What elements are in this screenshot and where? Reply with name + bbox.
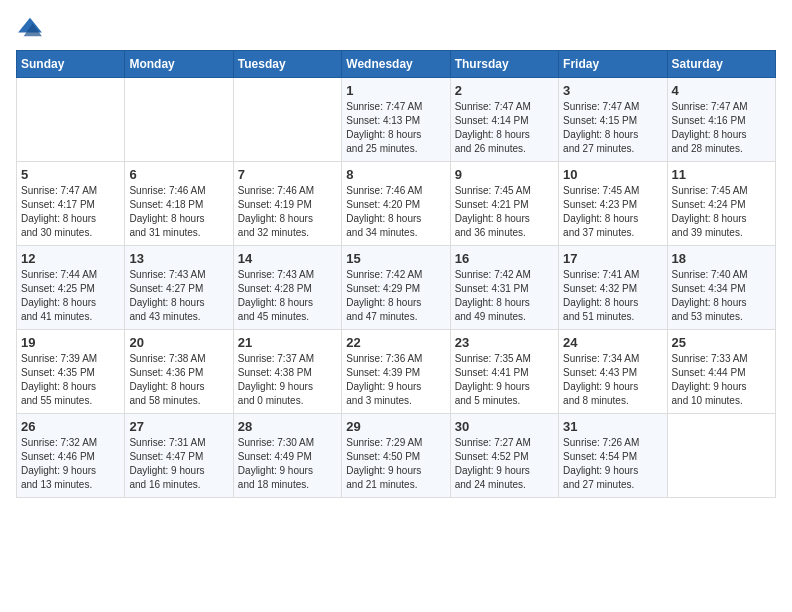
day-info: Sunrise: 7:45 AM Sunset: 4:21 PM Dayligh… xyxy=(455,184,554,240)
day-number: 25 xyxy=(672,335,771,350)
day-info: Sunrise: 7:26 AM Sunset: 4:54 PM Dayligh… xyxy=(563,436,662,492)
day-info: Sunrise: 7:34 AM Sunset: 4:43 PM Dayligh… xyxy=(563,352,662,408)
day-number: 2 xyxy=(455,83,554,98)
day-info: Sunrise: 7:36 AM Sunset: 4:39 PM Dayligh… xyxy=(346,352,445,408)
day-info: Sunrise: 7:47 AM Sunset: 4:13 PM Dayligh… xyxy=(346,100,445,156)
calendar-table: SundayMondayTuesdayWednesdayThursdayFrid… xyxy=(16,50,776,498)
calendar-cell: 16Sunrise: 7:42 AM Sunset: 4:31 PM Dayli… xyxy=(450,246,558,330)
day-header-thursday: Thursday xyxy=(450,51,558,78)
day-number: 30 xyxy=(455,419,554,434)
day-number: 5 xyxy=(21,167,120,182)
day-info: Sunrise: 7:37 AM Sunset: 4:38 PM Dayligh… xyxy=(238,352,337,408)
day-number: 8 xyxy=(346,167,445,182)
week-row-2: 5Sunrise: 7:47 AM Sunset: 4:17 PM Daylig… xyxy=(17,162,776,246)
calendar-cell: 11Sunrise: 7:45 AM Sunset: 4:24 PM Dayli… xyxy=(667,162,775,246)
day-number: 19 xyxy=(21,335,120,350)
days-header-row: SundayMondayTuesdayWednesdayThursdayFrid… xyxy=(17,51,776,78)
day-number: 6 xyxy=(129,167,228,182)
calendar-cell: 13Sunrise: 7:43 AM Sunset: 4:27 PM Dayli… xyxy=(125,246,233,330)
day-info: Sunrise: 7:42 AM Sunset: 4:31 PM Dayligh… xyxy=(455,268,554,324)
calendar-cell: 1Sunrise: 7:47 AM Sunset: 4:13 PM Daylig… xyxy=(342,78,450,162)
day-info: Sunrise: 7:46 AM Sunset: 4:19 PM Dayligh… xyxy=(238,184,337,240)
day-info: Sunrise: 7:31 AM Sunset: 4:47 PM Dayligh… xyxy=(129,436,228,492)
day-info: Sunrise: 7:47 AM Sunset: 4:15 PM Dayligh… xyxy=(563,100,662,156)
day-number: 14 xyxy=(238,251,337,266)
calendar-cell: 24Sunrise: 7:34 AM Sunset: 4:43 PM Dayli… xyxy=(559,330,667,414)
day-info: Sunrise: 7:35 AM Sunset: 4:41 PM Dayligh… xyxy=(455,352,554,408)
week-row-1: 1Sunrise: 7:47 AM Sunset: 4:13 PM Daylig… xyxy=(17,78,776,162)
calendar-cell: 26Sunrise: 7:32 AM Sunset: 4:46 PM Dayli… xyxy=(17,414,125,498)
day-number: 18 xyxy=(672,251,771,266)
calendar-cell: 3Sunrise: 7:47 AM Sunset: 4:15 PM Daylig… xyxy=(559,78,667,162)
day-header-sunday: Sunday xyxy=(17,51,125,78)
day-number: 27 xyxy=(129,419,228,434)
calendar-cell: 22Sunrise: 7:36 AM Sunset: 4:39 PM Dayli… xyxy=(342,330,450,414)
calendar-cell: 15Sunrise: 7:42 AM Sunset: 4:29 PM Dayli… xyxy=(342,246,450,330)
day-number: 12 xyxy=(21,251,120,266)
calendar-cell: 29Sunrise: 7:29 AM Sunset: 4:50 PM Dayli… xyxy=(342,414,450,498)
day-info: Sunrise: 7:47 AM Sunset: 4:17 PM Dayligh… xyxy=(21,184,120,240)
day-number: 7 xyxy=(238,167,337,182)
day-number: 13 xyxy=(129,251,228,266)
day-number: 4 xyxy=(672,83,771,98)
day-info: Sunrise: 7:47 AM Sunset: 4:16 PM Dayligh… xyxy=(672,100,771,156)
day-number: 16 xyxy=(455,251,554,266)
calendar-cell xyxy=(17,78,125,162)
calendar-cell xyxy=(233,78,341,162)
day-number: 23 xyxy=(455,335,554,350)
day-info: Sunrise: 7:47 AM Sunset: 4:14 PM Dayligh… xyxy=(455,100,554,156)
calendar-cell: 28Sunrise: 7:30 AM Sunset: 4:49 PM Dayli… xyxy=(233,414,341,498)
day-info: Sunrise: 7:39 AM Sunset: 4:35 PM Dayligh… xyxy=(21,352,120,408)
day-number: 24 xyxy=(563,335,662,350)
week-row-3: 12Sunrise: 7:44 AM Sunset: 4:25 PM Dayli… xyxy=(17,246,776,330)
day-info: Sunrise: 7:45 AM Sunset: 4:24 PM Dayligh… xyxy=(672,184,771,240)
calendar-cell: 10Sunrise: 7:45 AM Sunset: 4:23 PM Dayli… xyxy=(559,162,667,246)
day-info: Sunrise: 7:27 AM Sunset: 4:52 PM Dayligh… xyxy=(455,436,554,492)
calendar-cell xyxy=(125,78,233,162)
calendar-cell: 7Sunrise: 7:46 AM Sunset: 4:19 PM Daylig… xyxy=(233,162,341,246)
day-header-friday: Friday xyxy=(559,51,667,78)
day-info: Sunrise: 7:41 AM Sunset: 4:32 PM Dayligh… xyxy=(563,268,662,324)
day-info: Sunrise: 7:43 AM Sunset: 4:27 PM Dayligh… xyxy=(129,268,228,324)
day-header-saturday: Saturday xyxy=(667,51,775,78)
page-header xyxy=(16,16,776,38)
day-number: 3 xyxy=(563,83,662,98)
calendar-cell: 31Sunrise: 7:26 AM Sunset: 4:54 PM Dayli… xyxy=(559,414,667,498)
day-info: Sunrise: 7:29 AM Sunset: 4:50 PM Dayligh… xyxy=(346,436,445,492)
calendar-cell: 6Sunrise: 7:46 AM Sunset: 4:18 PM Daylig… xyxy=(125,162,233,246)
calendar-cell: 18Sunrise: 7:40 AM Sunset: 4:34 PM Dayli… xyxy=(667,246,775,330)
week-row-5: 26Sunrise: 7:32 AM Sunset: 4:46 PM Dayli… xyxy=(17,414,776,498)
day-number: 29 xyxy=(346,419,445,434)
day-header-monday: Monday xyxy=(125,51,233,78)
calendar-cell: 20Sunrise: 7:38 AM Sunset: 4:36 PM Dayli… xyxy=(125,330,233,414)
calendar-cell: 27Sunrise: 7:31 AM Sunset: 4:47 PM Dayli… xyxy=(125,414,233,498)
day-info: Sunrise: 7:40 AM Sunset: 4:34 PM Dayligh… xyxy=(672,268,771,324)
day-header-wednesday: Wednesday xyxy=(342,51,450,78)
day-info: Sunrise: 7:45 AM Sunset: 4:23 PM Dayligh… xyxy=(563,184,662,240)
calendar-cell: 14Sunrise: 7:43 AM Sunset: 4:28 PM Dayli… xyxy=(233,246,341,330)
day-number: 17 xyxy=(563,251,662,266)
day-number: 11 xyxy=(672,167,771,182)
calendar-cell: 9Sunrise: 7:45 AM Sunset: 4:21 PM Daylig… xyxy=(450,162,558,246)
day-number: 31 xyxy=(563,419,662,434)
day-header-tuesday: Tuesday xyxy=(233,51,341,78)
day-info: Sunrise: 7:32 AM Sunset: 4:46 PM Dayligh… xyxy=(21,436,120,492)
logo xyxy=(16,16,48,38)
day-number: 1 xyxy=(346,83,445,98)
day-info: Sunrise: 7:42 AM Sunset: 4:29 PM Dayligh… xyxy=(346,268,445,324)
calendar-cell: 25Sunrise: 7:33 AM Sunset: 4:44 PM Dayli… xyxy=(667,330,775,414)
day-number: 22 xyxy=(346,335,445,350)
calendar-cell: 2Sunrise: 7:47 AM Sunset: 4:14 PM Daylig… xyxy=(450,78,558,162)
day-number: 15 xyxy=(346,251,445,266)
day-info: Sunrise: 7:33 AM Sunset: 4:44 PM Dayligh… xyxy=(672,352,771,408)
calendar-cell: 30Sunrise: 7:27 AM Sunset: 4:52 PM Dayli… xyxy=(450,414,558,498)
day-info: Sunrise: 7:44 AM Sunset: 4:25 PM Dayligh… xyxy=(21,268,120,324)
day-number: 9 xyxy=(455,167,554,182)
calendar-cell: 21Sunrise: 7:37 AM Sunset: 4:38 PM Dayli… xyxy=(233,330,341,414)
calendar-cell: 8Sunrise: 7:46 AM Sunset: 4:20 PM Daylig… xyxy=(342,162,450,246)
day-info: Sunrise: 7:38 AM Sunset: 4:36 PM Dayligh… xyxy=(129,352,228,408)
calendar-cell: 5Sunrise: 7:47 AM Sunset: 4:17 PM Daylig… xyxy=(17,162,125,246)
calendar-cell: 12Sunrise: 7:44 AM Sunset: 4:25 PM Dayli… xyxy=(17,246,125,330)
day-number: 26 xyxy=(21,419,120,434)
day-info: Sunrise: 7:43 AM Sunset: 4:28 PM Dayligh… xyxy=(238,268,337,324)
